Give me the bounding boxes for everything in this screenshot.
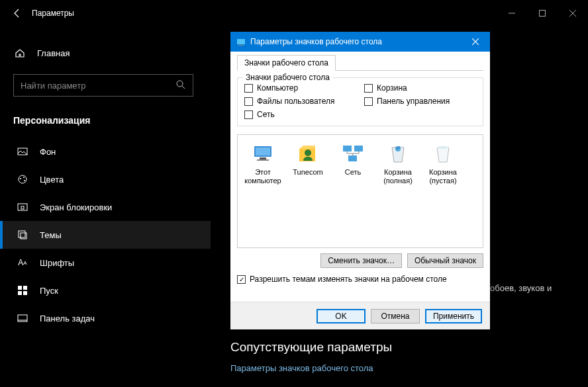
allow-themes-label: Разрешить темам изменять значки на рабоч… (250, 275, 447, 284)
dialog-close-button[interactable] (466, 32, 485, 51)
checkbox-Панель управления[interactable]: Панель управления (364, 97, 476, 106)
close-button[interactable] (558, 3, 588, 24)
cancel-button[interactable]: Отмена (371, 309, 420, 323)
sidebar: Главная Персонализация Фон Цвета Экран б… (0, 26, 211, 387)
checkbox-Корзина[interactable]: Корзина (364, 83, 476, 93)
svg-point-25 (305, 150, 311, 156)
nav-item-themes[interactable]: Темы (0, 221, 211, 249)
bin-empty-icon (431, 142, 455, 165)
tab-desktop-icons[interactable]: Значки рабочего стола (237, 55, 336, 71)
start-icon (16, 284, 29, 297)
nav-item-start[interactable]: Пуск (0, 277, 211, 304)
svg-rect-1 (540, 11, 546, 17)
svg-rect-10 (21, 206, 24, 209)
nav-label: Цвета (40, 175, 64, 185)
svg-point-5 (19, 175, 26, 183)
themes-icon (16, 228, 29, 241)
group-legend: Значки рабочего стола (243, 73, 332, 82)
overflow-text: обоев, звуков и (490, 283, 552, 293)
nav-label: Пуск (40, 286, 58, 296)
nav-label: Панель задач (40, 314, 95, 323)
fonts-icon: AA (16, 256, 29, 269)
svg-rect-22 (256, 148, 270, 155)
checkbox-Сеть[interactable]: Сеть (244, 110, 356, 119)
search-box (13, 74, 193, 97)
pc-icon (251, 142, 275, 165)
category-title: Персонализация (0, 110, 211, 138)
dialog-footer: OK Отмена Применить (230, 302, 490, 329)
svg-rect-11 (19, 231, 25, 237)
icon-item[interactable]: Корзина (полная) (378, 142, 418, 185)
palette-icon (16, 173, 29, 186)
dialog-title-icon (236, 36, 246, 47)
nav-label: Фон (40, 147, 56, 157)
titlebar: Параметры (0, 0, 588, 26)
desktop-icons-link[interactable]: Параметры значков рабочего стола (230, 363, 373, 373)
maximize-button[interactable] (527, 3, 558, 24)
svg-rect-14 (23, 286, 27, 290)
svg-rect-23 (260, 157, 266, 159)
apply-button[interactable]: Применить (425, 309, 482, 323)
svg-rect-28 (348, 155, 357, 161)
dialog-titlebar: Параметры значков рабочего стола (230, 32, 490, 52)
svg-rect-13 (18, 286, 22, 290)
nav-label: Экран блокировки (40, 202, 112, 212)
nav-item-fonts[interactable]: AA Шрифты (0, 249, 211, 277)
home-button[interactable]: Главная (0, 40, 211, 66)
nav-label: Шрифты (40, 258, 74, 268)
svg-rect-26 (343, 146, 352, 151)
svg-line-3 (182, 86, 185, 89)
svg-point-8 (24, 180, 25, 181)
nav-label: Темы (40, 230, 62, 240)
dialog-title: Параметры значков рабочего стола (250, 37, 382, 46)
app-title: Параметры (32, 9, 74, 18)
svg-point-2 (177, 81, 183, 87)
related-heading: Сопутствующие параметры (230, 340, 392, 355)
allow-themes-checkbox[interactable]: ✓Разрешить темам изменять значки на рабо… (237, 275, 447, 284)
change-icon-button[interactable]: Сменить значок… (320, 253, 402, 268)
desktop-icon-settings-dialog: Параметры значков рабочего стола Значки … (230, 32, 490, 329)
icon-item[interactable]: Сеть (333, 142, 373, 185)
svg-rect-16 (23, 291, 27, 295)
icon-item[interactable]: Корзина (пустая) (423, 142, 463, 185)
search-icon (175, 79, 186, 92)
dialog-tabs: Значки рабочего стола (237, 54, 483, 71)
search-input[interactable] (21, 81, 175, 91)
svg-rect-27 (354, 146, 363, 151)
ok-button[interactable]: OK (317, 309, 366, 323)
nav-item-colors[interactable]: Цвета (0, 165, 211, 193)
svg-point-30 (437, 146, 449, 150)
home-label: Главная (37, 48, 70, 58)
svg-rect-19 (237, 39, 245, 44)
nav-item-background[interactable]: Фон (0, 138, 211, 165)
home-icon (13, 46, 26, 60)
user-icon (296, 142, 320, 165)
desktop-icons-group: Значки рабочего стола КомпьютерКорзинаФа… (237, 77, 483, 126)
picture-icon (16, 145, 29, 158)
icon-preview-pane[interactable]: Этот компьютерTunecomСетьКорзина (полная… (237, 134, 483, 248)
taskbar-icon (16, 312, 29, 325)
net-icon (341, 142, 365, 165)
icon-item[interactable]: Этот компьютер (243, 142, 283, 185)
bin-full-icon (386, 142, 410, 165)
checkbox-Файлы пользователя[interactable]: Файлы пользователя (244, 97, 356, 106)
minimize-button[interactable] (497, 3, 527, 24)
svg-rect-15 (18, 291, 22, 295)
svg-rect-24 (257, 159, 269, 161)
back-button[interactable] (5, 1, 29, 25)
svg-rect-20 (238, 45, 244, 46)
checkbox-Компьютер[interactable]: Компьютер (244, 83, 356, 93)
nav-item-lockscreen[interactable]: Экран блокировки (0, 193, 211, 221)
nav-item-taskbar[interactable]: Панель задач (0, 304, 211, 332)
icon-item[interactable]: Tunecom (288, 142, 328, 185)
svg-rect-12 (21, 233, 26, 239)
lockscreen-icon (16, 200, 29, 214)
svg-point-6 (20, 178, 21, 179)
default-icon-button[interactable]: Обычный значок (407, 253, 483, 268)
svg-point-7 (23, 177, 24, 178)
